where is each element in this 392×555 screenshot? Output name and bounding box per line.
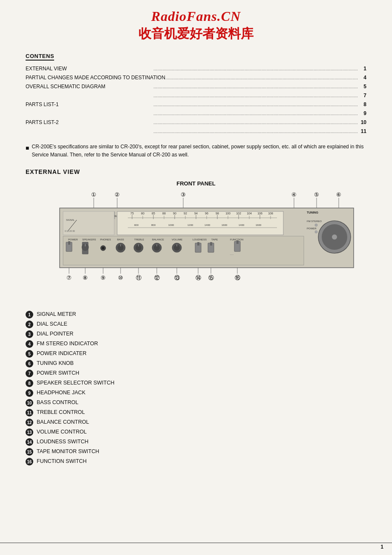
page-bottom-line: [0, 543, 392, 543]
component-number: 5: [26, 350, 33, 358]
toc-dots: ........................................…: [153, 128, 358, 135]
svg-text:800: 800: [151, 224, 156, 226]
toc-list: EXTERNAL VIEW ..........................…: [26, 65, 366, 135]
svg-text:104: 104: [247, 212, 252, 215]
toc-entry: PARTS LIST-1 ...........................…: [26, 101, 366, 108]
contents-section: CONTENS EXTERNAL VIEW ..................…: [26, 53, 366, 135]
toc-page: 4: [358, 74, 366, 81]
svg-text:100: 100: [225, 212, 231, 215]
component-label: BASS CONTROL: [37, 399, 78, 407]
panel-diagram-svg: ① ② ③ ④ ⑤ ⑥ ● YA: [26, 190, 366, 301]
component-number: 12: [26, 419, 33, 426]
svg-text:1600: 1600: [222, 224, 228, 226]
component-number: 14: [26, 438, 33, 446]
component-label: DIAL SCALE: [37, 321, 67, 328]
svg-text:75: 75: [130, 212, 134, 215]
component-number: 10: [26, 399, 33, 407]
svg-text:- - -: - - -: [230, 253, 233, 256]
svg-text:⑫: ⑫: [154, 275, 160, 281]
component-label: DIAL POINTER: [37, 330, 73, 338]
svg-text:1200: 1200: [187, 224, 193, 226]
toc-dots: ........................................…: [153, 92, 358, 99]
svg-rect-79: [68, 241, 70, 245]
toc-dots: ........................................…: [153, 119, 358, 126]
component-item: 8 SPEAKER SELECTOR SWITCH: [26, 379, 366, 387]
svg-text:TREBLE: TREBLE: [134, 238, 144, 241]
component-label: VOLUME CONTROL: [37, 428, 86, 436]
svg-text:FM STEREO: FM STEREO: [307, 220, 322, 223]
toc-entry: EXTERNAL VIEW ..........................…: [26, 65, 366, 72]
component-number: 3: [26, 330, 33, 338]
svg-text:⑮: ⑮: [208, 275, 214, 281]
site-subtitle: 收音机爱好者资料库: [26, 25, 366, 43]
component-number: 2: [26, 321, 33, 328]
component-label: TREBLE CONTROL: [37, 409, 85, 416]
svg-rect-102: [236, 240, 239, 244]
svg-text:⑨: ⑨: [101, 275, 106, 281]
toc-page: 1: [358, 65, 366, 72]
toc-label-text: EXTERNAL VIEW: [26, 65, 67, 72]
svg-text:85: 85: [152, 212, 155, 215]
description-block: ■ CR-200E's specifications are similar t…: [26, 143, 366, 159]
svg-text:TUNING: TUNING: [307, 211, 318, 214]
toc-entry: PARTIAL CHANGES MADE ACCORDING TO DESTIN…: [26, 74, 366, 81]
toc-page: 8: [358, 101, 366, 108]
svg-text:⑪: ⑪: [136, 275, 141, 281]
component-number: 11: [26, 409, 33, 416]
toc-label-text: OVERALL SCHEMATIC DIAGRAM: [26, 83, 105, 90]
component-number: 16: [26, 458, 33, 465]
component-label: BALANCE CONTROL: [37, 419, 89, 426]
component-item: 2 DIAL SCALE: [26, 321, 366, 328]
component-item: 14 LOUDNESS SWITCH: [26, 438, 366, 446]
toc-dots: ........................................…: [153, 65, 358, 72]
external-view-section: EXTERNAL VIEW FRONT PANEL ① ② ③ ④ ⑤ ⑥: [26, 168, 366, 468]
svg-point-62: [332, 234, 337, 240]
svg-point-66: [315, 231, 317, 233]
svg-text:94: 94: [194, 212, 198, 215]
toc-page: 9: [358, 110, 366, 117]
description-text: CR-200E's specifications are similar to …: [32, 143, 366, 159]
svg-text:108: 108: [268, 212, 273, 215]
site-title: RadioFans.CN: [26, 9, 366, 24]
component-label: SIGNAL METER: [37, 311, 76, 318]
description-bullet-icon: ■: [26, 143, 29, 153]
toc-dots: ........................................…: [153, 83, 358, 90]
component-item: 3 DIAL POINTER: [26, 330, 366, 338]
svg-text:⑤: ⑤: [314, 191, 319, 198]
svg-rect-67: [63, 236, 304, 265]
svg-text:⑯: ⑯: [235, 275, 240, 281]
svg-text:⑦: ⑦: [66, 275, 72, 281]
svg-text:102: 102: [236, 212, 241, 215]
toc-dots: ........................................…: [153, 110, 358, 117]
component-number: 6: [26, 360, 33, 367]
component-item: 7 POWER SWITCH: [26, 370, 366, 377]
svg-point-64: [315, 224, 317, 226]
external-view-heading: EXTERNAL VIEW: [26, 168, 366, 175]
component-item: 1 SIGNAL METER: [26, 311, 366, 318]
component-item: 15 TAPE MONITOR SWITCH: [26, 448, 366, 456]
component-item: 13 VOLUME CONTROL: [26, 428, 366, 436]
svg-text:④: ④: [291, 191, 297, 198]
component-number: 15: [26, 448, 33, 456]
toc-page: 5: [358, 83, 366, 90]
component-label: HEADPHONE JACK: [37, 389, 86, 397]
svg-text:98: 98: [216, 212, 219, 215]
component-label: TAPE MONITOR SWITCH: [37, 448, 99, 456]
toc-dots: ........................................…: [153, 101, 358, 108]
toc-entry: PARTS LIST-2 ...........................…: [26, 119, 366, 126]
component-label: POWER SWITCH: [37, 370, 79, 377]
component-item: 10 BASS CONTROL: [26, 399, 366, 407]
component-list: 1 SIGNAL METER 2 DIAL SCALE 3 DIAL POINT…: [26, 311, 366, 468]
page-header: RadioFans.CN 收音机爱好者资料库: [26, 9, 366, 43]
component-number: 4: [26, 340, 33, 348]
panel-svg-area: ① ② ③ ④ ⑤ ⑥ ● YA: [26, 190, 366, 302]
component-label: LOUDNESS SWITCH: [37, 438, 89, 446]
toc-label-text: PARTIAL CHANGES MADE ACCORDING TO DESTIN…: [26, 74, 165, 81]
component-label: FUNCTION SWITCH: [37, 458, 86, 465]
svg-text:1000: 1000: [168, 224, 174, 226]
svg-text:⑩: ⑩: [118, 275, 123, 281]
svg-text:88: 88: [162, 212, 166, 215]
svg-text:TAPE: TAPE: [211, 238, 218, 241]
svg-text:①: ①: [91, 191, 96, 198]
toc-page: 11: [358, 127, 366, 135]
